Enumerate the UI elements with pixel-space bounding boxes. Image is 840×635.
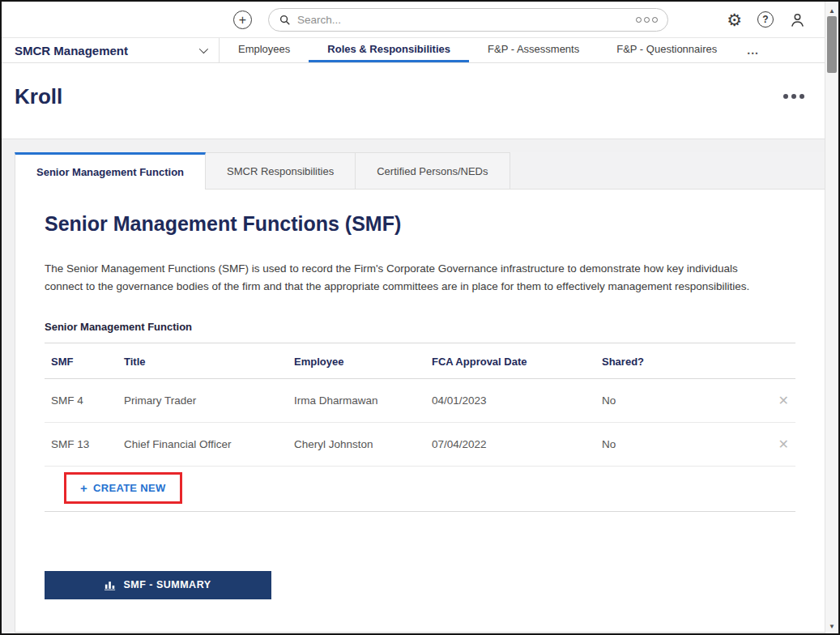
app-nav: SMCR Management Employees Roles & Respon… — [2, 38, 838, 63]
app-selector[interactable]: SMCR Management — [2, 38, 220, 62]
cell-employee: Irma Dharmawan — [288, 378, 425, 422]
col-header-shared: Shared? — [595, 343, 741, 378]
search-icon — [279, 14, 291, 26]
delete-row-icon[interactable]: ✕ — [778, 437, 789, 452]
cell-title: Primary Trader — [117, 378, 288, 422]
topbar: + ⚙ ? — [2, 2, 838, 38]
gear-icon[interactable]: ⚙ — [727, 11, 742, 28]
nav-tab-employees[interactable]: Employees — [220, 38, 309, 62]
search-input[interactable] — [297, 14, 629, 26]
delete-row-icon[interactable]: ✕ — [778, 393, 789, 408]
chevron-down-icon — [199, 45, 208, 53]
create-new-label: CREATE NEW — [93, 482, 165, 494]
smf-table-label: Senior Management Function — [45, 321, 795, 333]
scroll-down-icon[interactable]: ▼ — [825, 620, 838, 633]
smf-summary-button[interactable]: SMF - SUMMARY — [45, 571, 271, 599]
col-header-fca-approval-date: FCA Approval Date — [425, 343, 595, 378]
help-icon[interactable]: ? — [757, 11, 774, 28]
nav-tabs: Employees Roles & Responsibilities F&P -… — [220, 38, 770, 62]
nav-tab-roles-responsibilities[interactable]: Roles & Responsibilities — [309, 38, 469, 62]
col-header-smf: SMF — [45, 343, 117, 378]
add-icon[interactable]: + — [233, 11, 252, 29]
tab-certified-persons-neds[interactable]: Certified Persons/NEDs — [356, 152, 510, 190]
create-new-button[interactable]: + CREATE NEW — [64, 472, 182, 504]
col-header-actions — [741, 343, 795, 378]
smf-description: The Senior Management Functions (SMF) is… — [45, 260, 778, 296]
cell-employee: Cheryl Johnston — [288, 422, 425, 466]
scrollbar[interactable]: ▲ ▼ — [825, 2, 838, 633]
nav-tab-fp-assessments[interactable]: F&P - Assessments — [469, 38, 598, 62]
plus-icon: + — [80, 481, 87, 495]
tab-smcr-responsibilities[interactable]: SMCR Responsibilities — [206, 152, 356, 190]
more-options-icon[interactable] — [636, 17, 658, 23]
app-title: SMCR Management — [15, 44, 128, 58]
create-new-row: + CREATE NEW — [45, 467, 795, 512]
smf-panel: Senior Management Functions (SMF) The Se… — [15, 189, 825, 633]
page-title: Kroll — [15, 84, 825, 109]
cell-smf: SMF 4 — [45, 378, 117, 422]
user-icon[interactable] — [789, 11, 806, 28]
nav-tab-fp-questionnaires[interactable]: F&P - Questionnaires — [598, 38, 736, 62]
main-content: Senior Management Function SMCR Responsi… — [2, 139, 838, 633]
tab-senior-management-function[interactable]: Senior Management Function — [15, 152, 206, 190]
tabstrip-filler — [510, 152, 825, 190]
cell-fca-approval-date: 04/01/2023 — [425, 378, 595, 422]
col-header-title: Title — [117, 343, 288, 378]
topbar-actions: ⚙ ? — [727, 11, 827, 28]
app-window: + ⚙ ? SMCR Management Em — [0, 0, 840, 635]
cell-shared: No — [595, 378, 741, 422]
nav-overflow-icon[interactable]: ... — [736, 38, 770, 62]
col-header-employee: Employee — [288, 343, 425, 378]
page-header: Kroll — [2, 63, 838, 139]
table-row[interactable]: SMF 4 Primary Trader Irma Dharmawan 04/0… — [45, 378, 795, 422]
bar-chart-icon — [104, 580, 116, 590]
cell-title: Chief Financial Officer — [117, 422, 288, 466]
cell-shared: No — [595, 422, 741, 466]
scrollbar-thumb[interactable] — [827, 16, 837, 73]
smf-table: SMF Title Employee FCA Approval Date Sha… — [45, 343, 795, 467]
table-header-row: SMF Title Employee FCA Approval Date Sha… — [45, 343, 795, 378]
content-tabstrip: Senior Management Function SMCR Responsi… — [15, 152, 825, 190]
search-bar[interactable] — [268, 8, 668, 32]
cell-smf: SMF 13 — [45, 422, 117, 466]
table-row[interactable]: SMF 13 Chief Financial Officer Cheryl Jo… — [45, 422, 795, 466]
smf-heading: Senior Management Functions (SMF) — [45, 212, 795, 236]
smf-summary-label: SMF - SUMMARY — [123, 579, 211, 590]
page-actions-menu-icon[interactable] — [783, 94, 804, 99]
cell-fca-approval-date: 07/04/2022 — [425, 422, 595, 466]
